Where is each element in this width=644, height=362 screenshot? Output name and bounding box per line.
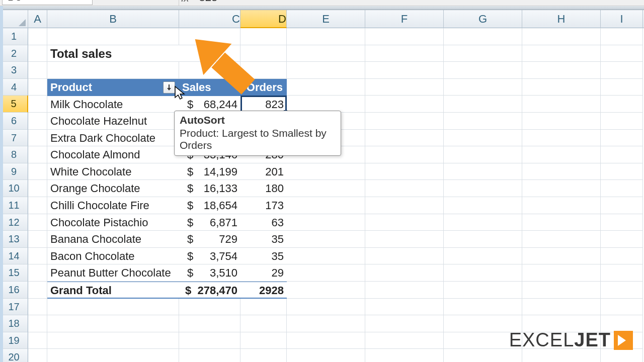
- cell-A7[interactable]: [28, 130, 47, 147]
- cell-F15[interactable]: [365, 264, 444, 282]
- column-header-A[interactable]: A: [28, 10, 47, 28]
- cell-I17[interactable]: [601, 299, 643, 316]
- cell-A3[interactable]: [28, 62, 47, 79]
- pivot-product-8[interactable]: Banana Chocolate: [47, 231, 179, 248]
- pivot-product-10[interactable]: Peanut Butter Chocolate: [47, 264, 179, 282]
- pivot-sales-5[interactable]: $16,133: [179, 180, 240, 197]
- pivot-header-product[interactable]: Product: [47, 79, 179, 96]
- cell-E13[interactable]: [287, 231, 365, 248]
- pivot-filter-button[interactable]: [163, 81, 175, 94]
- row-header-8[interactable]: 8: [0, 146, 28, 163]
- cell-B18[interactable]: [47, 315, 179, 332]
- pivot-product-6[interactable]: Chilli Chocolate Fire: [47, 197, 179, 214]
- column-header-F[interactable]: F: [365, 10, 444, 28]
- cell-A2[interactable]: [28, 45, 47, 62]
- column-header-B[interactable]: B: [47, 10, 179, 28]
- cell-G20[interactable]: [444, 349, 522, 362]
- pivot-orders-9[interactable]: 35: [240, 248, 287, 265]
- cell-G12[interactable]: [444, 214, 522, 231]
- grand-total-sales[interactable]: $278,470: [179, 282, 240, 299]
- cell-G3[interactable]: [444, 62, 522, 79]
- cell-H6[interactable]: [522, 113, 601, 130]
- cell-E2[interactable]: [287, 45, 365, 62]
- cell-G11[interactable]: [444, 197, 522, 214]
- cell-I7[interactable]: [601, 130, 643, 147]
- pivot-orders-0[interactable]: 823: [240, 96, 287, 113]
- row-header-13[interactable]: 13: [0, 231, 28, 248]
- cell-E15[interactable]: [287, 264, 365, 282]
- cell-F18[interactable]: [365, 315, 444, 332]
- cell-A12[interactable]: [28, 214, 47, 231]
- cell-H3[interactable]: [522, 62, 601, 79]
- pivot-product-9[interactable]: Bacon Chocolate: [47, 248, 179, 265]
- cell-E14[interactable]: [287, 248, 365, 265]
- cell-F6[interactable]: [365, 113, 444, 130]
- cell-A13[interactable]: [28, 231, 47, 248]
- cell-H8[interactable]: [522, 146, 601, 163]
- row-header-10[interactable]: 10: [0, 180, 28, 197]
- cell-B17[interactable]: [47, 299, 179, 316]
- cell-A16[interactable]: [28, 282, 47, 299]
- cell-F1[interactable]: [365, 28, 444, 45]
- pivot-sales-0[interactable]: $68,244: [179, 96, 240, 113]
- cell-I5[interactable]: [601, 96, 643, 113]
- cell-G4[interactable]: [444, 79, 522, 96]
- cell-G1[interactable]: [444, 28, 522, 45]
- row-header-7[interactable]: 7: [0, 130, 28, 147]
- cell-I9[interactable]: [601, 163, 643, 180]
- cell-E5[interactable]: [287, 96, 365, 113]
- cell-D1[interactable]: [240, 28, 287, 45]
- row-header-6[interactable]: 6: [0, 113, 28, 130]
- cell-I16[interactable]: [601, 282, 643, 299]
- pivot-orders-5[interactable]: 180: [240, 180, 287, 197]
- cell-E4[interactable]: [287, 79, 365, 96]
- cell-A20[interactable]: [28, 349, 47, 362]
- cell-F3[interactable]: [365, 62, 444, 79]
- cell-F5[interactable]: [365, 96, 444, 113]
- row-header-19[interactable]: 19: [0, 332, 28, 349]
- row-header-11[interactable]: 11: [0, 197, 28, 214]
- cell-F16[interactable]: [365, 282, 444, 299]
- pivot-orders-6[interactable]: 173: [240, 197, 287, 214]
- cell-F7[interactable]: [365, 130, 444, 147]
- name-box[interactable]: D5: [2, 0, 93, 5]
- cell-E16[interactable]: [287, 282, 365, 299]
- pivot-product-0[interactable]: Milk Chocolate: [47, 96, 179, 113]
- cell-H12[interactable]: [522, 214, 601, 231]
- cell-E3[interactable]: [287, 62, 365, 79]
- cell-C17[interactable]: [179, 299, 240, 316]
- cell-H9[interactable]: [522, 163, 601, 180]
- cell-E11[interactable]: [287, 197, 365, 214]
- cell-A17[interactable]: [28, 299, 47, 316]
- cell-H15[interactable]: [522, 264, 601, 282]
- cell-G14[interactable]: [444, 248, 522, 265]
- cell-F20[interactable]: [365, 349, 444, 362]
- cell-A9[interactable]: [28, 163, 47, 180]
- pivot-sales-10[interactable]: $3,510: [179, 264, 240, 282]
- cell-E20[interactable]: [287, 349, 365, 362]
- row-header-16[interactable]: 16: [0, 282, 28, 299]
- cell-B3[interactable]: [47, 62, 179, 79]
- cell-D18[interactable]: [240, 315, 287, 332]
- column-header-G[interactable]: G: [444, 10, 522, 28]
- row-header-14[interactable]: 14: [0, 248, 28, 265]
- pivot-product-1[interactable]: Chocolate Hazelnut: [47, 113, 179, 130]
- cell-G17[interactable]: [444, 299, 522, 316]
- cell-H10[interactable]: [522, 180, 601, 197]
- cell-H1[interactable]: [522, 28, 601, 45]
- row-header-4[interactable]: 4: [0, 79, 28, 96]
- cell-C19[interactable]: [179, 332, 240, 349]
- cell-D19[interactable]: [240, 332, 287, 349]
- cell-G9[interactable]: [444, 163, 522, 180]
- cell-G8[interactable]: [444, 146, 522, 163]
- cell-H4[interactable]: [522, 79, 601, 96]
- cell-I14[interactable]: [601, 248, 643, 265]
- row-header-9[interactable]: 9: [0, 163, 28, 180]
- cell-A15[interactable]: [28, 264, 47, 282]
- cell-F8[interactable]: [365, 146, 444, 163]
- cell-F14[interactable]: [365, 248, 444, 265]
- cell-F13[interactable]: [365, 231, 444, 248]
- cell-E1[interactable]: [287, 28, 365, 45]
- column-header-E[interactable]: E: [287, 10, 365, 28]
- cell-I15[interactable]: [601, 264, 643, 282]
